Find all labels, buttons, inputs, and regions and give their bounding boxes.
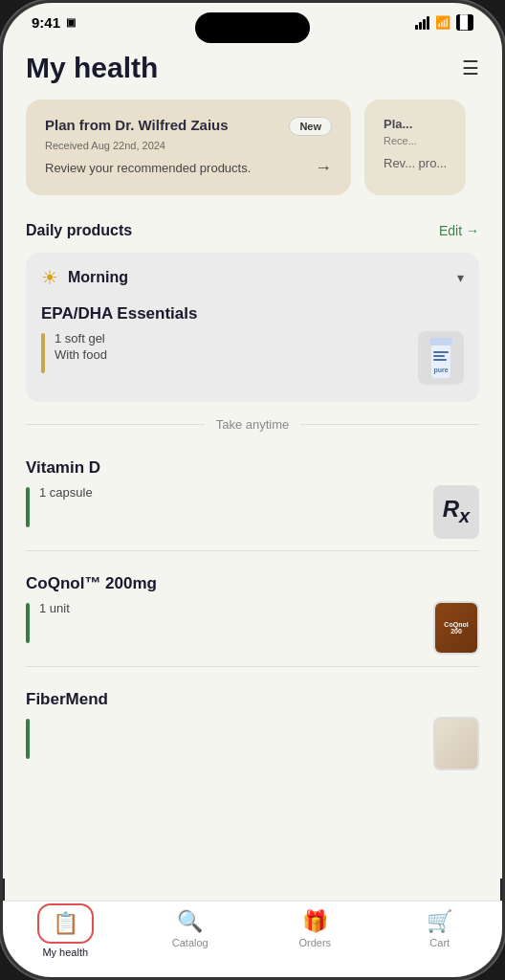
- plans-scroll: Plan from Dr. Wilfred Zaius New Received…: [26, 100, 479, 199]
- product-name-epa: EPA/DHA Essentials: [41, 304, 464, 323]
- morning-label: Morning: [68, 269, 128, 286]
- product-name-coq: CoQnol™ 200mg: [26, 574, 479, 593]
- time-display: 9:41: [32, 14, 60, 31]
- dose-text-vitd: 1 capsule: [39, 485, 93, 500]
- dose-bar-vitd: [26, 487, 30, 527]
- product-details-vitd: 1 capsule Rx: [26, 485, 479, 539]
- accordion-header: ☀ Morning ▾: [41, 266, 464, 289]
- bottom-nav: 📋 My health 🔍 Catalog 🎁 Orders 🛒 Cart: [3, 901, 502, 977]
- product-info-vitd: 1 capsule: [26, 485, 93, 527]
- plan-date-1: Received Aug 22nd, 2024: [45, 140, 332, 151]
- nav-item-cart[interactable]: 🛒 Cart: [378, 909, 503, 948]
- page-title: My health: [26, 52, 158, 84]
- product-name-vitd: Vitamin D: [26, 458, 479, 478]
- daily-products-title: Daily products: [26, 222, 132, 239]
- dose-text-epa: 1 soft gel With food: [55, 331, 107, 362]
- nav-highlight: 📋: [37, 903, 94, 944]
- product-image-vitd: Rx: [433, 485, 479, 539]
- morning-accordion[interactable]: ☀ Morning ▾ EPA/DHA Essentials 1 soft ge…: [26, 253, 479, 402]
- phone-frame: 9:41 ▣ 📶 ▊ My health ☰ Plan from Dr: [0, 0, 505, 980]
- nav-item-my-health[interactable]: 📋 My health: [3, 909, 128, 958]
- bottom-spacer: [26, 774, 479, 793]
- product-vitamin-d: Vitamin D 1 capsule Rx: [26, 443, 479, 543]
- dose-bar-fiber: [26, 719, 30, 759]
- chevron-down-icon: ▾: [457, 270, 464, 285]
- product-info-fiber: [26, 717, 30, 759]
- svg-rect-2: [433, 351, 449, 353]
- dose-amount-epa: 1 soft gel: [55, 331, 107, 345]
- dose-instruction-epa: With food: [55, 347, 107, 362]
- product-divider-2: [26, 666, 479, 667]
- sim-icon: ▣: [66, 16, 76, 29]
- fibermend-visual: [435, 719, 477, 768]
- my-health-icon: 📋: [53, 911, 78, 936]
- sun-icon: ☀: [41, 266, 58, 289]
- dose-text-coq: 1 unit: [39, 601, 70, 615]
- dose-amount-coq: 1 unit: [39, 601, 70, 615]
- dose-bar-coq: [26, 603, 30, 643]
- plan-card-2[interactable]: Pla... Rece... Rev... pro...: [364, 100, 466, 195]
- product-image-epa: pure: [418, 331, 464, 385]
- edit-link[interactable]: Edit →: [439, 223, 479, 238]
- plan-doctor-1: Plan from Dr. Wilfred Zaius: [45, 117, 229, 133]
- take-anytime-label: Take anytime: [205, 417, 301, 432]
- dose-amount-vitd: 1 capsule: [39, 485, 93, 500]
- nav-label-catalog: Catalog: [172, 937, 209, 948]
- product-details-fiber: [26, 717, 479, 770]
- section-header: Daily products Edit →: [26, 222, 479, 239]
- dose-bar-epa: [41, 333, 45, 373]
- product-info-epa: 1 soft gel With food: [41, 331, 107, 373]
- product-name-fiber: FiberMend: [26, 690, 479, 709]
- orders-icon: 🎁: [302, 909, 328, 934]
- bottle-svg-epa: pure: [424, 334, 458, 382]
- status-icons: 📶 ▊: [415, 14, 473, 31]
- svg-rect-1: [429, 338, 452, 345]
- svg-rect-4: [433, 359, 447, 361]
- product-divider-1: [26, 550, 479, 551]
- dynamic-island: [195, 12, 310, 43]
- plan-card-1-header: Plan from Dr. Wilfred Zaius New: [45, 117, 332, 136]
- take-anytime-divider: Take anytime: [26, 417, 479, 432]
- plan-date-2: Rece...: [384, 135, 447, 146]
- product-coqnol: CoQnol™ 200mg 1 unit CoQnol200: [26, 559, 479, 658]
- signal-icon: [415, 16, 429, 30]
- catalog-icon: 🔍: [177, 909, 203, 934]
- product-details-coq: 1 unit CoQnol200: [26, 601, 479, 655]
- battery-icon: ▊: [456, 14, 473, 31]
- plan-card-1[interactable]: Plan from Dr. Wilfred Zaius New Received…: [26, 100, 351, 195]
- plan-doctor-2: Pla...: [384, 117, 412, 131]
- product-epa-dha: EPA/DHA Essentials 1 soft gel With food: [41, 289, 464, 389]
- product-info-coq: 1 unit: [26, 601, 70, 643]
- nav-item-catalog[interactable]: 🔍 Catalog: [128, 909, 253, 948]
- rx-icon: Rx: [443, 496, 470, 527]
- plan-badge-1: New: [289, 117, 332, 136]
- cart-icon: 🛒: [427, 909, 452, 934]
- menu-icon[interactable]: ☰: [462, 56, 479, 79]
- coq-bottle-visual: CoQnol200: [435, 603, 477, 653]
- page-header: My health ☰: [26, 34, 479, 100]
- svg-text:pure: pure: [433, 367, 448, 374]
- svg-rect-3: [433, 355, 445, 357]
- nav-label-cart: Cart: [429, 937, 450, 948]
- app-content: My health ☰ Plan from Dr. Wilfred Zaius …: [3, 34, 502, 879]
- plan-arrow-1: →: [315, 158, 332, 178]
- product-fibermend: FiberMend: [26, 675, 479, 774]
- accordion-left: ☀ Morning: [41, 266, 128, 289]
- status-time: 9:41 ▣: [32, 14, 76, 31]
- plan-desc-1: Review your recommended products.: [45, 159, 332, 178]
- wifi-icon: 📶: [435, 15, 450, 30]
- nav-label-orders: Orders: [298, 937, 331, 948]
- nav-label-my-health: My health: [42, 947, 88, 958]
- product-image-fiber: [433, 717, 479, 770]
- plan-desc-2: Rev... pro...: [384, 154, 447, 173]
- product-image-coq: CoQnol200: [433, 601, 479, 655]
- product-details-epa: 1 soft gel With food pure: [41, 331, 464, 385]
- nav-item-orders[interactable]: 🎁 Orders: [252, 909, 378, 948]
